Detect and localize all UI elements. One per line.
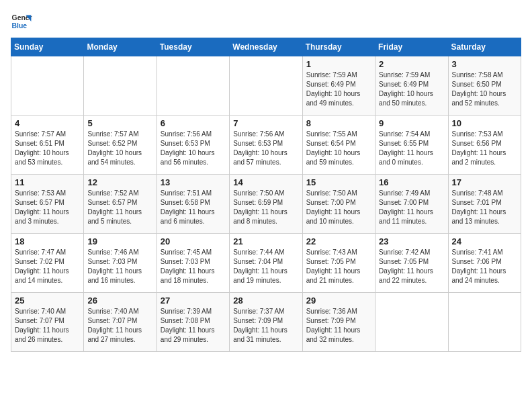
- day-number: 14: [233, 177, 298, 187]
- day-number: 3: [452, 59, 517, 69]
- day-header-friday: Friday: [375, 38, 448, 56]
- calendar-week-row: 18Sunrise: 7:47 AM Sunset: 7:02 PM Dayli…: [11, 234, 521, 293]
- calendar-week-row: 4Sunrise: 7:57 AM Sunset: 6:51 PM Daylig…: [11, 116, 521, 175]
- day-number: 10: [452, 118, 517, 128]
- day-header-thursday: Thursday: [302, 38, 375, 56]
- day-info: Sunrise: 7:56 AM Sunset: 6:53 PM Dayligh…: [161, 130, 226, 167]
- day-info: Sunrise: 7:54 AM Sunset: 6:55 PM Dayligh…: [379, 130, 444, 167]
- calendar-cell: 23Sunrise: 7:42 AM Sunset: 7:05 PM Dayli…: [375, 234, 448, 293]
- calendar-cell: [11, 56, 84, 116]
- calendar-cell: 26Sunrise: 7:40 AM Sunset: 7:07 PM Dayli…: [84, 293, 157, 352]
- day-header-monday: Monday: [84, 38, 157, 56]
- day-number: 12: [87, 177, 152, 187]
- day-number: 16: [379, 177, 444, 187]
- day-number: 29: [306, 295, 371, 306]
- day-number: 18: [15, 236, 80, 246]
- day-info: Sunrise: 7:44 AM Sunset: 7:04 PM Dayligh…: [233, 248, 298, 285]
- day-number: 15: [306, 177, 371, 187]
- calendar-cell: 20Sunrise: 7:45 AM Sunset: 7:03 PM Dayli…: [157, 234, 229, 293]
- day-number: 1: [306, 59, 371, 69]
- calendar-cell: [375, 293, 448, 352]
- day-number: 4: [15, 118, 80, 128]
- calendar-header-row: SundayMondayTuesdayWednesdayThursdayFrid…: [11, 38, 521, 56]
- day-number: 27: [161, 295, 226, 306]
- calendar-cell: 28Sunrise: 7:37 AM Sunset: 7:09 PM Dayli…: [230, 293, 302, 352]
- calendar-cell: 7Sunrise: 7:56 AM Sunset: 6:53 PM Daylig…: [230, 116, 302, 175]
- day-number: 13: [161, 177, 226, 187]
- day-info: Sunrise: 7:50 AM Sunset: 6:59 PM Dayligh…: [233, 189, 298, 226]
- day-info: Sunrise: 7:46 AM Sunset: 7:03 PM Dayligh…: [87, 248, 152, 285]
- calendar-cell: 8Sunrise: 7:55 AM Sunset: 6:54 PM Daylig…: [302, 116, 375, 175]
- calendar-table: SundayMondayTuesdayWednesdayThursdayFrid…: [11, 38, 521, 352]
- calendar-cell: 18Sunrise: 7:47 AM Sunset: 7:02 PM Dayli…: [11, 234, 84, 293]
- day-number: 20: [161, 236, 226, 246]
- calendar-cell: 16Sunrise: 7:49 AM Sunset: 7:00 PM Dayli…: [375, 175, 448, 234]
- calendar-week-row: 1Sunrise: 7:59 AM Sunset: 6:49 PM Daylig…: [11, 56, 521, 116]
- calendar-cell: 3Sunrise: 7:58 AM Sunset: 6:50 PM Daylig…: [448, 56, 521, 116]
- day-number: 26: [87, 295, 152, 306]
- day-info: Sunrise: 7:59 AM Sunset: 6:49 PM Dayligh…: [306, 71, 371, 108]
- day-info: Sunrise: 7:49 AM Sunset: 7:00 PM Dayligh…: [379, 189, 444, 226]
- day-number: 9: [379, 118, 444, 128]
- calendar-cell: 27Sunrise: 7:39 AM Sunset: 7:08 PM Dayli…: [157, 293, 229, 352]
- day-info: Sunrise: 7:55 AM Sunset: 6:54 PM Dayligh…: [306, 130, 371, 167]
- calendar-week-row: 11Sunrise: 7:53 AM Sunset: 6:57 PM Dayli…: [11, 175, 521, 234]
- calendar-body: 1Sunrise: 7:59 AM Sunset: 6:49 PM Daylig…: [11, 56, 521, 352]
- day-header-saturday: Saturday: [448, 38, 521, 56]
- day-header-sunday: Sunday: [11, 38, 84, 56]
- day-info: Sunrise: 7:42 AM Sunset: 7:05 PM Dayligh…: [379, 248, 444, 285]
- day-info: Sunrise: 7:36 AM Sunset: 7:09 PM Dayligh…: [306, 307, 371, 345]
- calendar-cell: 6Sunrise: 7:56 AM Sunset: 6:53 PM Daylig…: [157, 116, 229, 175]
- day-number: 6: [161, 118, 226, 128]
- logo: General Blue: [11, 11, 32, 32]
- calendar-cell: 4Sunrise: 7:57 AM Sunset: 6:51 PM Daylig…: [11, 116, 84, 175]
- svg-text:Blue: Blue: [12, 22, 28, 30]
- day-number: 8: [306, 118, 371, 128]
- calendar-cell: [230, 56, 302, 116]
- logo-icon: General Blue: [11, 11, 32, 32]
- day-number: 17: [452, 177, 517, 187]
- day-info: Sunrise: 7:37 AM Sunset: 7:09 PM Dayligh…: [233, 307, 298, 345]
- day-header-wednesday: Wednesday: [230, 38, 302, 56]
- day-number: 25: [15, 295, 80, 306]
- day-info: Sunrise: 7:43 AM Sunset: 7:05 PM Dayligh…: [306, 248, 371, 285]
- day-number: 11: [15, 177, 80, 187]
- calendar-cell: 24Sunrise: 7:41 AM Sunset: 7:06 PM Dayli…: [448, 234, 521, 293]
- calendar-cell: 25Sunrise: 7:40 AM Sunset: 7:07 PM Dayli…: [11, 293, 84, 352]
- calendar-cell: 15Sunrise: 7:50 AM Sunset: 7:00 PM Dayli…: [302, 175, 375, 234]
- calendar-cell: 1Sunrise: 7:59 AM Sunset: 6:49 PM Daylig…: [302, 56, 375, 116]
- day-number: 7: [233, 118, 298, 128]
- day-info: Sunrise: 7:47 AM Sunset: 7:02 PM Dayligh…: [15, 248, 80, 285]
- day-info: Sunrise: 7:50 AM Sunset: 7:00 PM Dayligh…: [306, 189, 371, 226]
- day-info: Sunrise: 7:58 AM Sunset: 6:50 PM Dayligh…: [452, 71, 517, 108]
- page-header: General Blue: [11, 11, 521, 32]
- calendar-cell: 29Sunrise: 7:36 AM Sunset: 7:09 PM Dayli…: [302, 293, 375, 352]
- calendar-cell: 11Sunrise: 7:53 AM Sunset: 6:57 PM Dayli…: [11, 175, 84, 234]
- day-info: Sunrise: 7:40 AM Sunset: 7:07 PM Dayligh…: [87, 307, 152, 345]
- day-info: Sunrise: 7:53 AM Sunset: 6:56 PM Dayligh…: [452, 130, 517, 167]
- calendar-cell: 22Sunrise: 7:43 AM Sunset: 7:05 PM Dayli…: [302, 234, 375, 293]
- day-number: 21: [233, 236, 298, 246]
- day-info: Sunrise: 7:52 AM Sunset: 6:57 PM Dayligh…: [87, 189, 152, 226]
- calendar-week-row: 25Sunrise: 7:40 AM Sunset: 7:07 PM Dayli…: [11, 293, 521, 352]
- day-info: Sunrise: 7:48 AM Sunset: 7:01 PM Dayligh…: [452, 189, 517, 226]
- calendar-cell: 2Sunrise: 7:59 AM Sunset: 6:49 PM Daylig…: [375, 56, 448, 116]
- calendar-cell: 13Sunrise: 7:51 AM Sunset: 6:58 PM Dayli…: [157, 175, 229, 234]
- day-info: Sunrise: 7:57 AM Sunset: 6:51 PM Dayligh…: [15, 130, 80, 167]
- calendar-cell: 14Sunrise: 7:50 AM Sunset: 6:59 PM Dayli…: [230, 175, 302, 234]
- day-info: Sunrise: 7:51 AM Sunset: 6:58 PM Dayligh…: [161, 189, 226, 226]
- calendar-cell: 10Sunrise: 7:53 AM Sunset: 6:56 PM Dayli…: [448, 116, 521, 175]
- day-info: Sunrise: 7:59 AM Sunset: 6:49 PM Dayligh…: [379, 71, 444, 108]
- day-info: Sunrise: 7:53 AM Sunset: 6:57 PM Dayligh…: [15, 189, 80, 226]
- calendar-cell: [448, 293, 521, 352]
- calendar-cell: [157, 56, 229, 116]
- day-info: Sunrise: 7:56 AM Sunset: 6:53 PM Dayligh…: [233, 130, 298, 167]
- day-number: 24: [452, 236, 517, 246]
- day-number: 19: [87, 236, 152, 246]
- day-info: Sunrise: 7:45 AM Sunset: 7:03 PM Dayligh…: [161, 248, 226, 285]
- day-info: Sunrise: 7:57 AM Sunset: 6:52 PM Dayligh…: [87, 130, 152, 167]
- day-number: 28: [233, 295, 298, 306]
- day-number: 22: [306, 236, 371, 246]
- day-info: Sunrise: 7:41 AM Sunset: 7:06 PM Dayligh…: [452, 248, 517, 285]
- calendar-cell: 9Sunrise: 7:54 AM Sunset: 6:55 PM Daylig…: [375, 116, 448, 175]
